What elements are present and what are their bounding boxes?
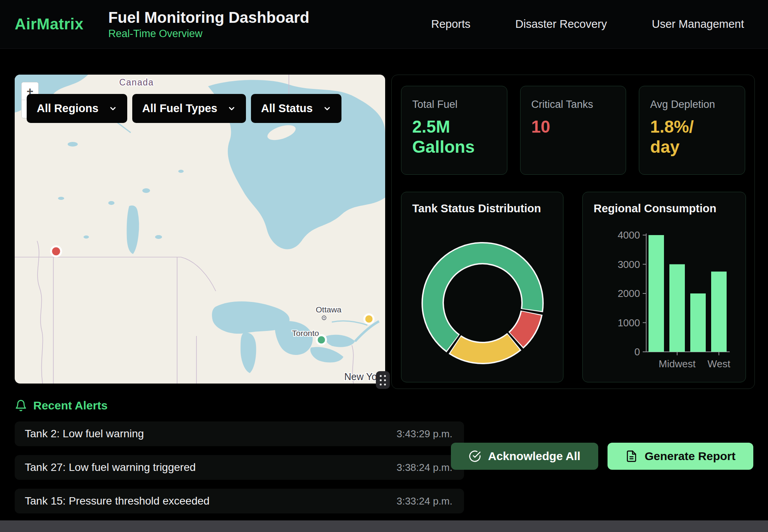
stat-value: 1.8%/day [650, 117, 734, 157]
alerts-section: Recent Alerts Tank 2: Low fuel warning3:… [15, 399, 753, 513]
file-text-icon [625, 450, 638, 462]
svg-text:0: 0 [635, 346, 640, 358]
stats-row: Total Fuel2.5MGallonsCritical Tanks10Avg… [401, 86, 745, 175]
window-bottom-bar [0, 520, 768, 532]
nav-user-management[interactable]: User Management [652, 18, 744, 31]
stat-label: Total Fuel [412, 99, 496, 111]
map-label-toronto: Toronto [292, 329, 319, 338]
alert-row: Tank 15: Pressure threshold exceeded3:33… [15, 489, 464, 513]
action-buttons: Acknowledge All Generate Report [451, 443, 753, 470]
svg-text:West: West [708, 358, 731, 370]
dashboard-page: AirMatrix Fuel Monitoring Dashboard Real… [0, 0, 768, 532]
bar-region-0 [649, 235, 664, 352]
bell-icon [15, 399, 27, 412]
fuel-map[interactable]: Canada Ottawa Toronto New York + − All R… [15, 75, 385, 384]
tank-status-donut-chart [412, 220, 553, 367]
filter-dropdown-all-status[interactable]: All Status [251, 94, 341, 123]
brand-logo: AirMatrix [15, 15, 84, 33]
alert-message: Tank 2: Low fuel warning [25, 428, 144, 440]
metrics-panel: Total Fuel2.5MGallonsCritical Tanks10Avg… [391, 75, 755, 389]
filter-label: All Fuel Types [142, 102, 217, 115]
generate-report-label: Generate Report [645, 450, 736, 463]
chevron-down-icon [227, 104, 236, 113]
stat-card-avg-depletion: Avg Depletion1.8%/day [639, 86, 745, 175]
map-marker-critical[interactable] [51, 246, 61, 256]
charts-row: Tank Status Distribution Regional Consum… [401, 192, 745, 382]
nav-reports[interactable]: Reports [431, 18, 471, 31]
page-title: Fuel Monitoring Dashboard [108, 9, 309, 26]
bar-region-3 [711, 271, 727, 352]
svg-text:Midwest: Midwest [659, 358, 696, 370]
chevron-down-icon [323, 104, 331, 113]
generate-report-button[interactable]: Generate Report [608, 443, 753, 470]
filter-dropdown-all-fuel-types[interactable]: All Fuel Types [132, 94, 246, 123]
stat-value: 10 [531, 117, 615, 137]
app-header: AirMatrix Fuel Monitoring Dashboard Real… [0, 0, 768, 49]
map-markers [51, 246, 374, 344]
map-marker-normal[interactable] [317, 335, 326, 344]
donut-chart-title: Tank Status Distribution [412, 202, 552, 215]
stat-label: Critical Tanks [531, 99, 615, 111]
ottawa-town-icon [322, 316, 326, 320]
map-label-country: Canada [119, 77, 154, 87]
alert-list: Tank 2: Low fuel warning3:43:29 p.m.Tank… [15, 421, 464, 513]
bar-chart-title: Regional Consumption [594, 202, 735, 215]
alert-message: Tank 27: Low fuel warning triggered [25, 461, 196, 474]
svg-text:3000: 3000 [618, 259, 640, 270]
filter-label: All Regions [37, 102, 99, 115]
tank-status-card: Tank Status Distribution [401, 192, 563, 382]
bar-region-2 [690, 293, 706, 352]
map-label-ottawa: Ottawa [316, 305, 341, 314]
map-filter-bar: All RegionsAll Fuel TypesAll Status [27, 94, 341, 123]
alerts-heading: Recent Alerts [33, 399, 108, 412]
nav-disaster-recovery[interactable]: Disaster Recovery [515, 18, 607, 31]
map-marker-warning[interactable] [364, 314, 374, 324]
acknowledge-all-label: Acknowledge All [488, 450, 580, 463]
alert-row: Tank 2: Low fuel warning3:43:29 p.m. [15, 421, 464, 446]
filter-label: All Status [261, 102, 313, 115]
filter-dropdown-all-regions[interactable]: All Regions [27, 94, 127, 123]
donut-segment-yellow [456, 342, 514, 353]
main-nav: ReportsDisaster RecoveryUser Management [431, 18, 744, 31]
stat-value: 2.5MGallons [412, 117, 496, 157]
stat-card-critical-tanks: Critical Tanks10 [520, 86, 626, 175]
stat-card-total-fuel: Total Fuel2.5MGallons [401, 86, 507, 175]
alert-timestamp: 3:33:24 p.m. [396, 495, 452, 507]
alerts-header: Recent Alerts [15, 399, 753, 412]
main-content: Canada Ottawa Toronto New York + − All R… [15, 75, 755, 389]
bar-region-1 [669, 264, 685, 352]
check-circle-icon [469, 450, 481, 462]
alert-timestamp: 3:38:24 p.m. [396, 462, 452, 474]
alert-message: Tank 15: Pressure threshold exceeded [25, 495, 210, 507]
map-drag-handle[interactable] [376, 371, 390, 389]
alert-row: Tank 27: Low fuel warning triggered3:38:… [15, 455, 464, 480]
stat-label: Avg Depletion [650, 99, 734, 111]
page-subtitle: Real-Time Overview [108, 28, 309, 40]
regional-consumption-bar-chart: 01000200030004000MidwestWest [594, 220, 736, 370]
regional-consumption-card: Regional Consumption 01000200030004000Mi… [582, 192, 746, 382]
header-titles: Fuel Monitoring Dashboard Real-Time Over… [108, 9, 309, 40]
acknowledge-all-button[interactable]: Acknowledge All [451, 443, 598, 470]
chevron-down-icon [109, 104, 117, 113]
svg-text:4000: 4000 [618, 229, 640, 241]
svg-text:2000: 2000 [618, 288, 640, 299]
svg-text:1000: 1000 [618, 317, 640, 329]
alert-timestamp: 3:43:29 p.m. [396, 428, 452, 440]
